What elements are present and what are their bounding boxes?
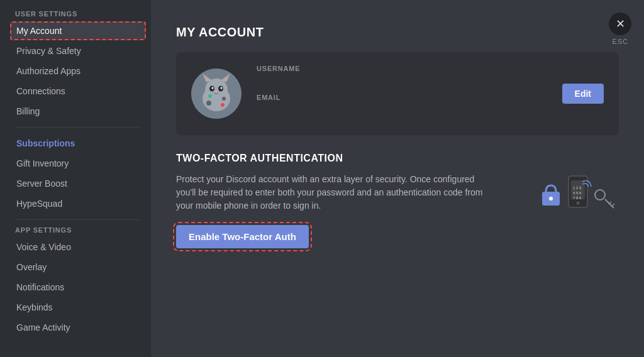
app-settings-label: APP SETTINGS [10, 226, 146, 234]
sidebar-item-billing[interactable]: Billing [10, 102, 146, 121]
avatar [191, 69, 242, 119]
page-title: MY ACCOUNT [176, 25, 619, 40]
email-value [257, 104, 552, 114]
sidebar-item-keybinds[interactable]: Keybinds [10, 298, 146, 317]
svg-text:1 2 3: 1 2 3 [573, 186, 582, 190]
enable-2fa-button[interactable]: Enable Two-Factor Auth [176, 225, 309, 248]
two-factor-row: Protect your Discord account with an ext… [176, 173, 619, 248]
sidebar-item-overlay[interactable]: Overlay [10, 258, 146, 277]
sidebar-item-server-boost[interactable]: Server Boost [10, 174, 146, 193]
svg-point-9 [212, 87, 214, 89]
account-info: USERNAME EMAIL [257, 65, 552, 123]
username-label: USERNAME [257, 65, 552, 72]
email-label: EMAIL [257, 94, 552, 101]
svg-point-18 [577, 202, 580, 205]
sidebar-item-my-account[interactable]: My Account [10, 21, 146, 40]
username-value [257, 75, 552, 85]
divider-2 [15, 219, 141, 220]
svg-text:7 8 9: 7 8 9 [573, 196, 582, 200]
svg-point-10 [221, 87, 223, 89]
sidebar-item-game-activity[interactable]: Game Activity [10, 318, 146, 337]
sidebar-item-authorized-apps[interactable]: Authorized Apps [10, 62, 146, 80]
svg-line-24 [612, 204, 614, 206]
sidebar-item-voice-video[interactable]: Voice & Video [10, 238, 146, 256]
sidebar: USER SETTINGS My Account Privacy & Safet… [0, 0, 151, 357]
esc-label: ESC [612, 38, 628, 45]
main-content: ✕ ESC MY ACCOUNT [151, 0, 644, 357]
sidebar-item-hypesquad[interactable]: HypeSquad [10, 194, 146, 213]
svg-point-12 [206, 101, 211, 106]
edit-button[interactable]: Edit [562, 84, 604, 104]
svg-point-15 [221, 103, 225, 107]
divider-1 [15, 127, 141, 128]
svg-point-14 [208, 94, 212, 98]
svg-point-20 [549, 197, 553, 200]
sidebar-subscriptions-label[interactable]: Subscriptions [10, 134, 146, 153]
sidebar-item-connections[interactable]: Connections [10, 82, 146, 101]
close-button[interactable]: ✕ [609, 13, 631, 35]
two-factor-illustration: 1 2 3 4 5 6 7 8 9 [537, 173, 619, 223]
svg-point-13 [222, 97, 226, 101]
sidebar-item-privacy-safety[interactable]: Privacy & Safety [10, 41, 146, 60]
two-factor-left: Protect your Discord account with an ext… [176, 173, 518, 248]
svg-point-21 [595, 190, 605, 200]
two-factor-description: Protect your Discord account with an ext… [176, 173, 491, 212]
account-card: USERNAME EMAIL Edit [176, 52, 619, 135]
sidebar-item-gift-inventory[interactable]: Gift Inventory [10, 154, 146, 173]
svg-text:4 5 6: 4 5 6 [573, 191, 582, 195]
sidebar-item-notifications[interactable]: Notifications [10, 278, 146, 297]
user-settings-label: USER SETTINGS [10, 10, 146, 18]
two-factor-title: TWO-FACTOR AUTHENTICATION [176, 153, 619, 164]
